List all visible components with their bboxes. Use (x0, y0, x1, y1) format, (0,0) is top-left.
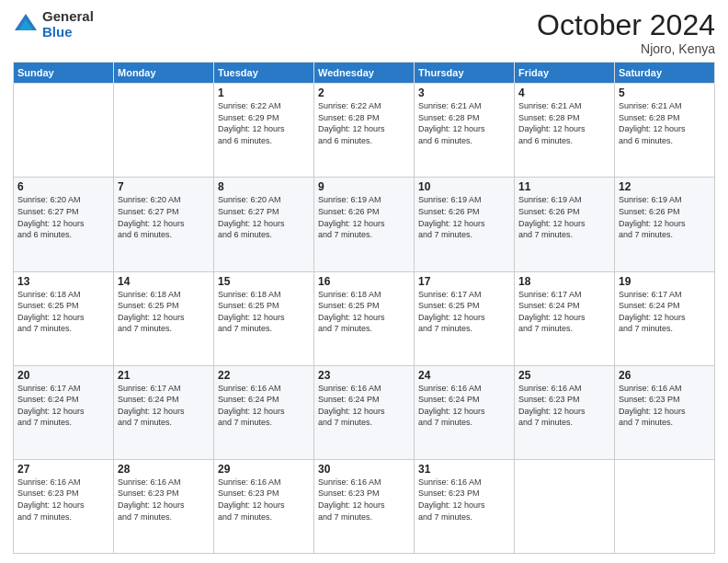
day-number: 13 (17, 275, 109, 288)
day-number: 16 (318, 275, 410, 288)
calendar-cell (14, 84, 114, 178)
calendar-cell: 30Sunrise: 6:16 AMSunset: 6:23 PMDayligh… (314, 459, 415, 553)
day-number: 24 (418, 369, 510, 382)
day-number: 25 (518, 369, 610, 382)
calendar-cell: 12Sunrise: 6:19 AMSunset: 6:26 PMDayligh… (615, 178, 715, 271)
day-number: 17 (418, 275, 510, 288)
day-number: 7 (118, 180, 210, 193)
week-row-0: 1Sunrise: 6:22 AMSunset: 6:29 PMDaylight… (14, 84, 715, 178)
calendar-cell: 23Sunrise: 6:16 AMSunset: 6:24 PMDayligh… (314, 365, 415, 459)
calendar-cell: 11Sunrise: 6:19 AMSunset: 6:26 PMDayligh… (515, 178, 615, 271)
day-number: 19 (619, 275, 711, 288)
day-info: Sunrise: 6:16 AMSunset: 6:24 PMDaylight:… (218, 383, 310, 429)
logo-text: General Blue (42, 9, 94, 40)
page: General Blue October 2024 Njoro, Kenya S… (0, 0, 728, 563)
day-info: Sunrise: 6:22 AMSunset: 6:29 PMDaylight:… (218, 100, 310, 146)
weekday-header-friday: Friday (515, 63, 615, 84)
calendar-cell: 19Sunrise: 6:17 AMSunset: 6:24 PMDayligh… (615, 271, 715, 365)
day-number: 21 (118, 369, 210, 382)
day-number: 18 (518, 275, 610, 288)
day-number: 3 (418, 86, 510, 99)
calendar-cell: 7Sunrise: 6:20 AMSunset: 6:27 PMDaylight… (114, 178, 214, 271)
calendar-cell: 28Sunrise: 6:16 AMSunset: 6:23 PMDayligh… (114, 459, 214, 553)
weekday-header-tuesday: Tuesday (214, 63, 314, 84)
weekday-header-thursday: Thursday (415, 63, 515, 84)
day-number: 30 (318, 463, 410, 476)
day-info: Sunrise: 6:16 AMSunset: 6:23 PMDaylight:… (619, 383, 711, 429)
month-title: October 2024 (537, 9, 715, 41)
day-number: 10 (418, 180, 510, 193)
calendar-cell: 3Sunrise: 6:21 AMSunset: 6:28 PMDaylight… (415, 84, 515, 178)
day-info: Sunrise: 6:18 AMSunset: 6:25 PMDaylight:… (318, 289, 410, 335)
calendar-cell: 20Sunrise: 6:17 AMSunset: 6:24 PMDayligh… (14, 365, 114, 459)
day-info: Sunrise: 6:20 AMSunset: 6:27 PMDaylight:… (118, 194, 210, 240)
day-number: 31 (418, 463, 510, 476)
day-number: 20 (17, 369, 109, 382)
day-info: Sunrise: 6:21 AMSunset: 6:28 PMDaylight:… (619, 100, 711, 146)
day-info: Sunrise: 6:19 AMSunset: 6:26 PMDaylight:… (518, 194, 610, 240)
day-number: 2 (318, 86, 410, 99)
day-number: 28 (118, 463, 210, 476)
calendar-cell: 10Sunrise: 6:19 AMSunset: 6:26 PMDayligh… (415, 178, 515, 271)
day-info: Sunrise: 6:17 AMSunset: 6:24 PMDaylight:… (619, 289, 711, 335)
day-info: Sunrise: 6:16 AMSunset: 6:23 PMDaylight:… (17, 477, 109, 523)
day-number: 6 (17, 180, 109, 193)
day-number: 11 (518, 180, 610, 193)
day-info: Sunrise: 6:17 AMSunset: 6:25 PMDaylight:… (418, 289, 510, 335)
day-info: Sunrise: 6:16 AMSunset: 6:23 PMDaylight:… (518, 383, 610, 429)
day-info: Sunrise: 6:22 AMSunset: 6:28 PMDaylight:… (318, 100, 410, 146)
calendar-cell (114, 84, 214, 178)
day-number: 14 (118, 275, 210, 288)
calendar-cell: 31Sunrise: 6:16 AMSunset: 6:23 PMDayligh… (415, 459, 515, 553)
weekday-header-monday: Monday (114, 63, 214, 84)
day-number: 8 (218, 180, 310, 193)
day-number: 27 (17, 463, 109, 476)
day-info: Sunrise: 6:17 AMSunset: 6:24 PMDaylight:… (518, 289, 610, 335)
day-number: 1 (218, 86, 310, 99)
location: Njoro, Kenya (537, 41, 715, 56)
day-info: Sunrise: 6:19 AMSunset: 6:26 PMDaylight:… (318, 194, 410, 240)
logo-icon (13, 12, 39, 38)
logo-blue: Blue (42, 25, 94, 40)
week-row-1: 6Sunrise: 6:20 AMSunset: 6:27 PMDaylight… (14, 178, 715, 271)
title-area: October 2024 Njoro, Kenya (537, 9, 715, 56)
day-info: Sunrise: 6:21 AMSunset: 6:28 PMDaylight:… (418, 100, 510, 146)
day-info: Sunrise: 6:20 AMSunset: 6:27 PMDaylight:… (17, 194, 109, 240)
day-info: Sunrise: 6:20 AMSunset: 6:27 PMDaylight:… (218, 194, 310, 240)
calendar-cell: 15Sunrise: 6:18 AMSunset: 6:25 PMDayligh… (214, 271, 314, 365)
calendar-cell: 2Sunrise: 6:22 AMSunset: 6:28 PMDaylight… (314, 84, 415, 178)
day-number: 12 (619, 180, 711, 193)
calendar-cell: 29Sunrise: 6:16 AMSunset: 6:23 PMDayligh… (214, 459, 314, 553)
calendar-cell: 24Sunrise: 6:16 AMSunset: 6:24 PMDayligh… (415, 365, 515, 459)
calendar-cell: 25Sunrise: 6:16 AMSunset: 6:23 PMDayligh… (515, 365, 615, 459)
day-info: Sunrise: 6:19 AMSunset: 6:26 PMDaylight:… (619, 194, 711, 240)
calendar-cell: 18Sunrise: 6:17 AMSunset: 6:24 PMDayligh… (515, 271, 615, 365)
calendar-cell: 17Sunrise: 6:17 AMSunset: 6:25 PMDayligh… (415, 271, 515, 365)
day-info: Sunrise: 6:18 AMSunset: 6:25 PMDaylight:… (17, 289, 109, 335)
day-info: Sunrise: 6:16 AMSunset: 6:24 PMDaylight:… (418, 383, 510, 429)
calendar-table: SundayMondayTuesdayWednesdayThursdayFrid… (13, 62, 715, 554)
day-number: 26 (619, 369, 711, 382)
weekday-header-wednesday: Wednesday (314, 63, 415, 84)
calendar-cell: 21Sunrise: 6:17 AMSunset: 6:24 PMDayligh… (114, 365, 214, 459)
day-info: Sunrise: 6:16 AMSunset: 6:23 PMDaylight:… (318, 477, 410, 523)
week-row-3: 20Sunrise: 6:17 AMSunset: 6:24 PMDayligh… (14, 365, 715, 459)
week-row-4: 27Sunrise: 6:16 AMSunset: 6:23 PMDayligh… (14, 459, 715, 553)
calendar-cell: 22Sunrise: 6:16 AMSunset: 6:24 PMDayligh… (214, 365, 314, 459)
calendar-cell: 13Sunrise: 6:18 AMSunset: 6:25 PMDayligh… (14, 271, 114, 365)
calendar-cell: 6Sunrise: 6:20 AMSunset: 6:27 PMDaylight… (14, 178, 114, 271)
calendar-cell: 9Sunrise: 6:19 AMSunset: 6:26 PMDaylight… (314, 178, 415, 271)
day-info: Sunrise: 6:19 AMSunset: 6:26 PMDaylight:… (418, 194, 510, 240)
calendar-cell: 5Sunrise: 6:21 AMSunset: 6:28 PMDaylight… (615, 84, 715, 178)
day-info: Sunrise: 6:16 AMSunset: 6:23 PMDaylight:… (218, 477, 310, 523)
day-number: 23 (318, 369, 410, 382)
calendar-cell: 27Sunrise: 6:16 AMSunset: 6:23 PMDayligh… (14, 459, 114, 553)
weekday-header-row: SundayMondayTuesdayWednesdayThursdayFrid… (14, 63, 715, 84)
calendar-cell (515, 459, 615, 553)
day-number: 29 (218, 463, 310, 476)
calendar-cell: 1Sunrise: 6:22 AMSunset: 6:29 PMDaylight… (214, 84, 314, 178)
day-info: Sunrise: 6:18 AMSunset: 6:25 PMDaylight:… (118, 289, 210, 335)
week-row-2: 13Sunrise: 6:18 AMSunset: 6:25 PMDayligh… (14, 271, 715, 365)
day-number: 5 (619, 86, 711, 99)
calendar-cell (615, 459, 715, 553)
